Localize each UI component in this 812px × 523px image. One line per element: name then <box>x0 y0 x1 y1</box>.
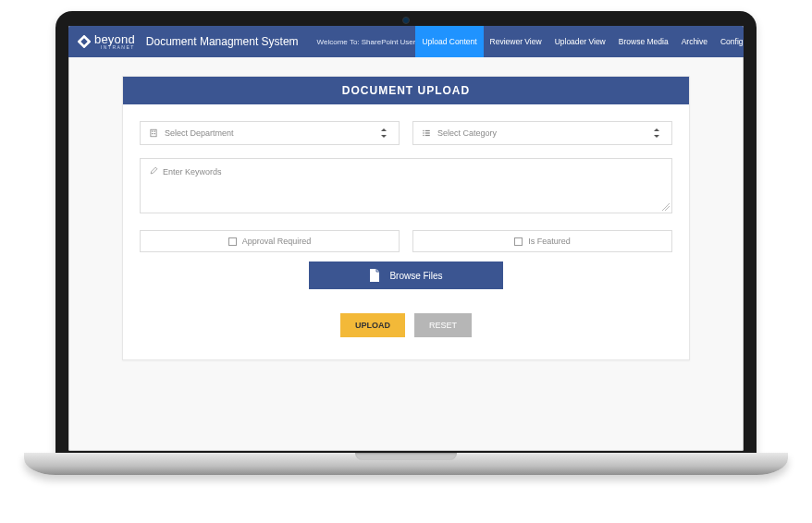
list-icon <box>421 128 432 138</box>
laptop-base <box>24 453 788 475</box>
svg-marker-8 <box>381 135 387 138</box>
svg-rect-12 <box>425 132 430 133</box>
approval-label: Approval Required <box>242 237 312 246</box>
brand-sub: INTRANET <box>94 45 135 50</box>
department-placeholder: Select Department <box>165 128 378 138</box>
nav-browse-media[interactable]: Browse Media <box>612 26 675 57</box>
category-select[interactable]: Select Category <box>412 121 672 145</box>
reset-button[interactable]: RESET <box>414 313 472 337</box>
reset-label: RESET <box>429 321 457 330</box>
resize-handle-icon[interactable] <box>662 203 670 211</box>
laptop-frame: beyond INTRANET Document Managment Syste… <box>55 11 757 455</box>
svg-rect-13 <box>423 135 424 136</box>
svg-rect-10 <box>425 130 430 131</box>
upload-button[interactable]: UPLOAD <box>340 313 405 337</box>
app-screen: beyond INTRANET Document Managment Syste… <box>68 26 744 451</box>
svg-rect-3 <box>152 131 153 132</box>
brand-logo-icon <box>78 35 91 48</box>
svg-rect-6 <box>154 133 155 134</box>
keywords-placeholder: Enter Keywords <box>163 167 222 176</box>
keywords-input[interactable]: Enter Keywords <box>140 158 672 213</box>
nav-upload-content[interactable]: Upload Content <box>415 26 483 57</box>
brand: beyond INTRANET <box>74 33 139 50</box>
upload-card: DOCUMENT UPLOAD Select Department <box>122 76 690 360</box>
camera-dot <box>402 17 410 24</box>
checkbox-icon <box>228 237 237 246</box>
svg-rect-5 <box>152 133 153 134</box>
svg-rect-2 <box>151 129 156 137</box>
svg-rect-9 <box>423 130 424 131</box>
app-title: Document Managment System <box>146 35 299 48</box>
laptop-notch <box>355 453 457 460</box>
nav-configurations[interactable]: Configurations <box>714 26 744 57</box>
sort-icon <box>651 128 662 138</box>
top-nav: Upload Content Reviewer View Uploader Vi… <box>415 26 744 57</box>
browse-files-button[interactable]: Browse Files <box>309 262 503 289</box>
svg-rect-14 <box>425 135 430 136</box>
content-area: DOCUMENT UPLOAD Select Department <box>68 57 744 360</box>
app-header: beyond INTRANET Document Managment Syste… <box>68 26 744 57</box>
svg-rect-11 <box>423 132 424 133</box>
file-icon <box>369 269 380 282</box>
svg-marker-7 <box>381 128 387 131</box>
pencil-icon <box>148 166 159 176</box>
sort-icon <box>378 128 389 138</box>
welcome-text: Welcome To: SharePoint User <box>317 38 416 46</box>
department-select[interactable]: Select Department <box>140 121 400 145</box>
featured-label: Is Featured <box>528 237 571 246</box>
checkbox-icon <box>514 237 523 246</box>
nav-reviewer-view[interactable]: Reviewer View <box>484 26 548 57</box>
nav-archive[interactable]: Archive <box>675 26 714 57</box>
brand-text: beyond INTRANET <box>94 33 135 50</box>
upload-label: UPLOAD <box>355 321 390 330</box>
approval-required-checkbox[interactable]: Approval Required <box>140 230 400 252</box>
svg-marker-16 <box>654 135 659 138</box>
building-icon <box>148 128 159 138</box>
nav-uploader-view[interactable]: Uploader View <box>548 26 612 57</box>
svg-marker-15 <box>654 128 659 131</box>
browse-label: Browse Files <box>389 271 442 281</box>
category-placeholder: Select Category <box>437 128 651 138</box>
svg-rect-4 <box>154 131 155 132</box>
card-title: DOCUMENT UPLOAD <box>123 77 689 104</box>
is-featured-checkbox[interactable]: Is Featured <box>412 230 672 252</box>
